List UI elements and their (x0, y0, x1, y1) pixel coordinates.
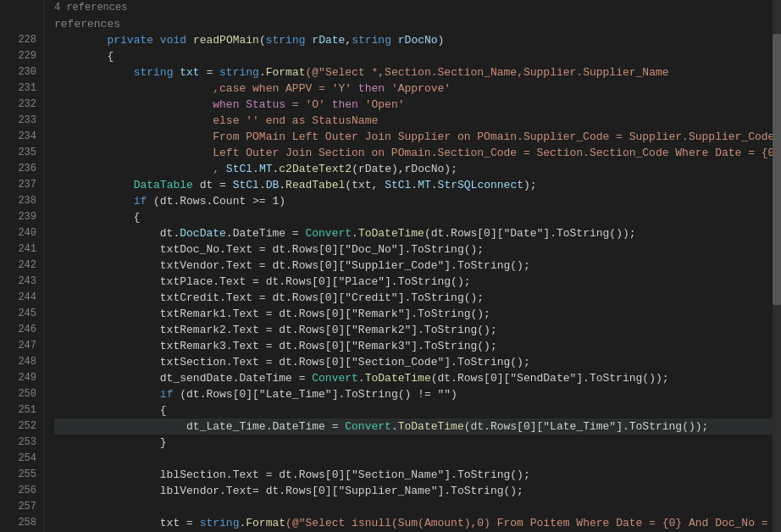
line-number: 235 (0, 145, 36, 161)
token-type: DataTable (134, 177, 193, 193)
token-plain (54, 386, 160, 402)
token-method: ToDateTime (398, 418, 464, 435)
line-number: 251 (0, 402, 36, 418)
token-plain (54, 64, 134, 80)
code-line: { (54, 48, 781, 64)
token-kw: private (107, 32, 153, 48)
token-ref: rDate (312, 32, 345, 48)
code-line: if (dt.Rows.Count >= 1) (54, 193, 781, 209)
scrollbar-thumb[interactable] (773, 34, 781, 305)
token-plain: { (54, 209, 140, 225)
token-plain: txtCredit.Text = dt.Rows[0]["Credit"].To… (54, 290, 484, 306)
code-line: ,case when APPV = 'Y' then 'Approve' (54, 80, 781, 97)
token-plain: (dt.Rows.Count >= 1) (147, 193, 285, 209)
token-plain (153, 32, 160, 48)
token-plain (54, 177, 134, 193)
line-number: 229 (0, 48, 36, 64)
editor-container: 2282292302312322332342352362372382392402… (0, 0, 781, 532)
token-plain: } (54, 435, 167, 451)
code-line: txtCredit.Text = dt.Rows[0]["Credit"].To… (54, 290, 781, 306)
token-kw2: when Status = (54, 97, 305, 113)
token-plain (173, 64, 180, 80)
line-number: 237 (0, 177, 36, 193)
token-str: 'O' (305, 97, 324, 113)
code-line: , StCl.MT.c2DateText2(rDate),rDocNo); (54, 161, 781, 177)
token-kw: string (352, 32, 391, 48)
references-label: 4 references (54, 0, 781, 16)
line-number (0, 16, 36, 32)
token-plain: ); (523, 177, 537, 193)
line-number: 239 (0, 209, 36, 225)
token-ref: DocDate (180, 225, 226, 241)
token-ref: StCl (233, 177, 259, 193)
token-plain: { (54, 48, 114, 64)
token-ref: MT (418, 177, 431, 193)
code-line: txtPlace.Text = dt.Rows[0]["Place"].ToSt… (54, 274, 781, 290)
token-plain: . (239, 515, 246, 531)
token-kw: string (266, 32, 306, 48)
token-plain: .DateTime = (226, 225, 306, 241)
token-method: ToDateTime (365, 370, 431, 386)
scrollbar-track[interactable] (773, 0, 781, 532)
token-str: From POMain Left Outer Join Supplier on … (54, 129, 774, 145)
token-str: 'Y' (332, 80, 352, 97)
token-convert: Convert (345, 418, 391, 435)
code-line: } (54, 435, 781, 451)
token-kw: string (134, 64, 174, 80)
token-ref: StCl (385, 177, 411, 193)
token-plain: ( (259, 32, 266, 48)
line-number: 240 (0, 225, 36, 241)
line-number: 232 (0, 97, 36, 113)
line-number: 244 (0, 290, 36, 306)
token-str: (@"Select *,Section.Section_Name,Supplie… (306, 64, 669, 80)
code-line: txtRemark3.Text = dt.Rows[0]["Remark3"].… (54, 338, 781, 354)
token-plain: (txt, (345, 177, 385, 193)
line-number: 250 (0, 386, 36, 402)
code-line: lblSection.Text = dt.Rows[0]["Section_Na… (54, 467, 781, 483)
token-ref: StrSQLconnect (438, 177, 523, 193)
line-number: 234 (0, 129, 36, 145)
code-line: txtVendor.Text = dt.Rows[0]["Supplier_Co… (54, 258, 781, 274)
token-method: Format (266, 64, 306, 80)
token-kw: void (160, 32, 186, 48)
token-str: (@"Select isnull(Sum(Amount),0) From Poi… (285, 515, 781, 531)
code-area[interactable]: 4 referencesreferences private void read… (44, 0, 781, 532)
token-plain: txtDoc_No.Text = dt.Rows[0]["Doc_No"].To… (54, 241, 484, 258)
token-plain: dt_sendDate.DateTime = (54, 370, 312, 386)
token-plain: (dt.Rows[0]["Late_Time"].ToString()); (464, 418, 709, 435)
token-plain: . (431, 177, 438, 193)
token-str: , (54, 161, 226, 177)
token-ref: StCl (226, 161, 252, 177)
token-plain: dt_Late_Time.DateTime = (54, 418, 345, 435)
token-plain: txtSection.Text = dt.Rows[0]["Section_Co… (54, 354, 530, 370)
code-line: txtRemark1.Text = dt.Rows[0]["Remark"].T… (54, 306, 781, 322)
code-line: txt = string.Format(@"Select isnull(Sum(… (54, 515, 781, 531)
token-ref: DB (266, 177, 280, 193)
token-plain: . (391, 418, 398, 435)
code-line: string txt = string.Format(@"Select *,Se… (54, 64, 781, 80)
token-plain (186, 32, 193, 48)
token-plain: . (352, 225, 358, 241)
line-number: 257 (0, 499, 36, 515)
token-plain: (dt.Rows[0]["Late_Time"].ToString() != "… (173, 386, 457, 402)
token-plain: ) (438, 32, 445, 48)
line-number: 249 (0, 370, 36, 386)
token-convert: Convert (312, 370, 358, 386)
token-plain: txtVendor.Text = dt.Rows[0]["Supplier_Co… (54, 258, 530, 274)
token-convert: Convert (305, 225, 352, 241)
line-number: 231 (0, 80, 36, 97)
code-line: DataTable dt = StCl.DB.ReadTabel(txt, St… (54, 177, 781, 193)
code-line: lblVendor.Text= dt.Rows[0]["Supplier_Nam… (54, 483, 781, 499)
token-str: 'Open' (365, 97, 405, 113)
line-number: 241 (0, 241, 36, 258)
code-line: From POMain Left Outer Join Supplier on … (54, 129, 781, 145)
token-method: Format (246, 515, 285, 531)
token-plain: . (272, 161, 279, 177)
token-plain: dt. (54, 225, 180, 241)
token-ref: txt (180, 64, 199, 80)
line-number: 256 (0, 483, 36, 499)
code-line: Left Outer Join Section on POmain.Sectio… (54, 145, 781, 161)
token-plain: = (200, 64, 219, 80)
code-line: when Status = 'O' then 'Open' (54, 97, 781, 113)
token-plain: . (252, 161, 259, 177)
